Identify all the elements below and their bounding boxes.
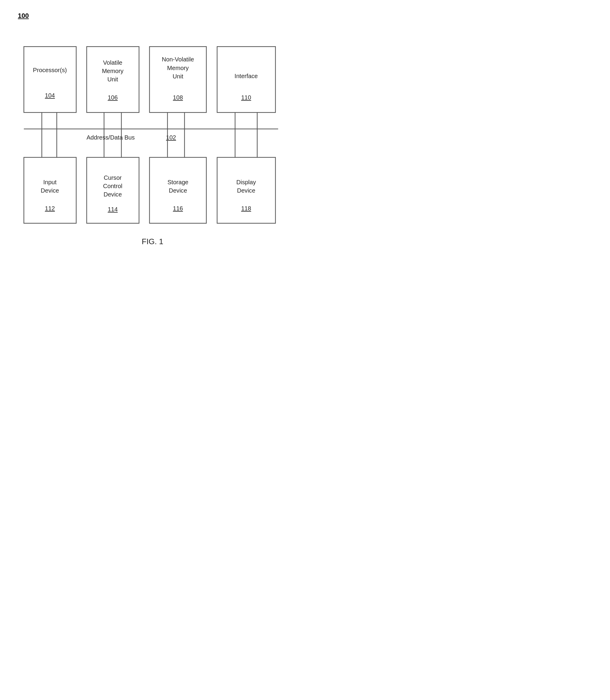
- processor-number: 104: [45, 92, 55, 99]
- display-device-label-line2: Device: [237, 187, 255, 194]
- processor-label: Processor(s): [33, 67, 67, 73]
- cursor-device-number: 114: [108, 206, 118, 213]
- diagram-svg: Processor(s) 104 Volatile Memory Unit 10…: [18, 29, 287, 343]
- interface-number: 110: [241, 94, 251, 101]
- volatile-memory-label-line2: Memory: [102, 68, 124, 74]
- display-device-number: 118: [241, 205, 251, 212]
- interface-box: [217, 47, 275, 112]
- storage-device-label-line2: Device: [169, 187, 187, 194]
- figure-caption: FIG. 1: [142, 237, 163, 246]
- storage-device-label-line1: Storage: [167, 179, 188, 185]
- nonvolatile-memory-label-line2: Memory: [167, 65, 189, 71]
- volatile-memory-label-line1: Volatile: [103, 59, 123, 66]
- processor-box: [24, 47, 76, 112]
- input-device-number: 112: [45, 205, 55, 212]
- nonvolatile-memory-number: 108: [173, 94, 183, 101]
- cursor-device-label-line3: Device: [103, 191, 122, 198]
- cursor-device-box: [87, 157, 139, 223]
- input-device-label-line1: Input: [43, 179, 57, 185]
- volatile-memory-label-line3: Unit: [108, 76, 118, 82]
- interface-label: Interface: [235, 73, 258, 79]
- bus-label: Address/Data Bus: [86, 134, 135, 141]
- input-device-label-line2: Device: [41, 187, 59, 194]
- diagram-root: 100 Processor(s) 104 Volatile Memory Uni…: [0, 0, 305, 361]
- storage-device-number: 116: [173, 205, 183, 212]
- cursor-device-label-line2: Control: [103, 183, 123, 189]
- nonvolatile-memory-label-line1: Non-Volatile: [162, 56, 194, 63]
- cursor-device-label-line1: Cursor: [103, 174, 122, 181]
- nonvolatile-memory-label-line3: Unit: [173, 73, 183, 80]
- figure-label: 100: [18, 12, 29, 20]
- display-device-label-line1: Display: [236, 179, 256, 185]
- volatile-memory-number: 106: [108, 94, 118, 101]
